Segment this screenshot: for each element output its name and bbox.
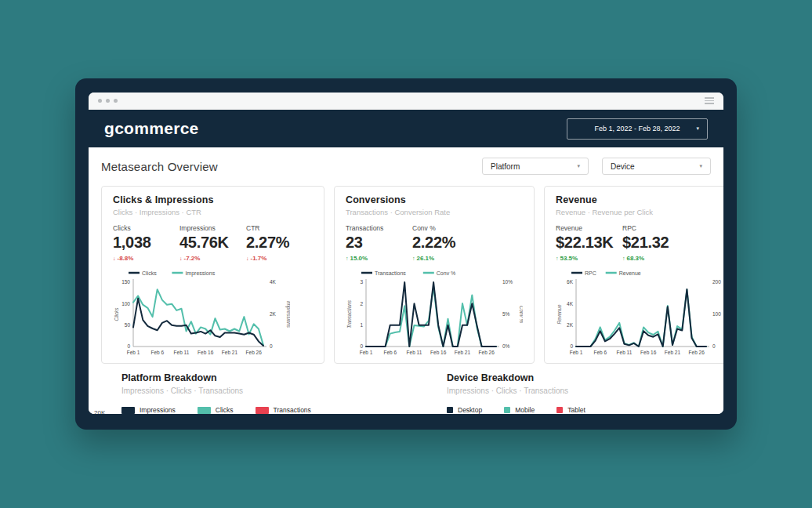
device-filter-dropdown[interactable]: Device ▾ (602, 158, 711, 175)
svg-text:0: 0 (570, 343, 573, 349)
clicks-impressions-card: Clicks & Impressions Clicks · Impression… (101, 186, 324, 364)
svg-text:Feb 11: Feb 11 (174, 350, 190, 355)
svg-text:Conv %: Conv % (519, 306, 523, 323)
section-subtitle: Impressions · Clicks · Transactions (121, 386, 447, 395)
svg-text:RPC: RPC (585, 270, 596, 276)
window-dot-icon (106, 99, 110, 103)
svg-text:0: 0 (270, 343, 273, 349)
svg-text:Revenue: Revenue (619, 270, 641, 276)
svg-text:Feb 6: Feb 6 (593, 350, 607, 355)
browser-window: gcommerce Feb 1, 2022 - Feb 28, 2022 ▾ M… (75, 78, 737, 430)
svg-text:2: 2 (360, 301, 363, 307)
card-subtitle: Transactions · Conversion Rate (346, 208, 523, 216)
card-title: Revenue (556, 194, 723, 205)
conversions-chart: TransactionsConv %01230%5%10%Transaction… (346, 267, 523, 361)
hamburger-icon[interactable] (705, 97, 714, 104)
card-title: Conversions (346, 194, 523, 205)
svg-text:Feb 1: Feb 1 (360, 350, 373, 355)
svg-text:Clicks: Clicks (114, 307, 119, 321)
window-control-dots (98, 99, 118, 103)
legend-item-clicks: Clicks (198, 406, 234, 414)
chevron-down-icon: ▾ (696, 125, 699, 132)
svg-text:Feb 16: Feb 16 (198, 350, 214, 355)
revenue-chart: RPCRevenue02K4K6K0100200RevenueRPCFeb 1F… (556, 267, 723, 361)
section-subtitle: Impressions · Clicks · Transactions (447, 386, 585, 395)
svg-text:200: 200 (712, 279, 721, 285)
metric-ctr: CTR 2.27% ↓-1.7% (246, 224, 306, 262)
svg-text:Feb 6: Feb 6 (383, 350, 397, 355)
platform-breakdown-section: Platform Breakdown Impressions · Clicks … (121, 372, 447, 414)
svg-text:0: 0 (360, 343, 363, 349)
clipped-axis-tick: 20K (94, 409, 105, 414)
device-filter-label: Device (611, 162, 635, 171)
device-breakdown-legend: Desktop Mobile Tablet (447, 406, 585, 414)
trend-arrow-icon: ↓ (113, 256, 116, 261)
trend-arrow-icon: ↓ (246, 256, 249, 261)
chevron-down-icon: ▾ (699, 163, 702, 169)
svg-text:150: 150 (121, 279, 130, 285)
svg-text:Feb 21: Feb 21 (222, 350, 238, 355)
trend-arrow-icon: ↓ (179, 256, 183, 261)
tablet-swatch-icon (556, 407, 563, 413)
impressions-swatch-icon (121, 407, 135, 414)
platform-breakdown-legend: Impressions Clicks Transactions (121, 406, 447, 414)
svg-text:1: 1 (360, 322, 363, 328)
svg-text:Feb 16: Feb 16 (640, 350, 657, 355)
window-dot-icon (114, 99, 118, 103)
svg-text:0%: 0% (502, 343, 510, 349)
conversions-card: Conversions Transactions · Conversion Ra… (334, 186, 535, 364)
metric-rpc: RPC $21.32 ↑68.3% (622, 224, 683, 262)
svg-text:2K: 2K (270, 311, 277, 317)
svg-text:Feb 21: Feb 21 (455, 350, 471, 355)
legend-item-mobile: Mobile (504, 406, 535, 414)
platform-filter-label: Platform (491, 162, 520, 171)
card-subtitle: Revenue · Revenue per Click (556, 208, 723, 216)
svg-text:Transactions: Transactions (346, 299, 352, 328)
revenue-card: Revenue Revenue · Revenue per Click Reve… (544, 186, 723, 364)
metric-conv-rate: Conv % 2.22% ↑26.1% (412, 224, 473, 262)
chevron-down-icon: ▾ (577, 163, 580, 169)
svg-text:0: 0 (127, 343, 130, 349)
svg-text:Impressions: Impressions (285, 301, 290, 328)
svg-text:4K: 4K (567, 301, 574, 307)
browser-frame: gcommerce Feb 1, 2022 - Feb 28, 2022 ▾ M… (89, 93, 723, 414)
svg-text:50: 50 (125, 322, 131, 328)
svg-text:Feb 1: Feb 1 (127, 350, 140, 355)
clicks-swatch-icon (198, 407, 211, 414)
metric-impressions: Impressions 45.76K ↓-7.2% (179, 224, 240, 262)
date-range-value: Feb 1, 2022 - Feb 28, 2022 (594, 125, 680, 132)
svg-text:10%: 10% (502, 279, 513, 285)
card-title: Clicks & Impressions (113, 194, 313, 205)
date-range-picker[interactable]: Feb 1, 2022 - Feb 28, 2022 ▾ (567, 118, 708, 140)
trend-arrow-icon: ↑ (622, 256, 625, 261)
svg-text:Conv %: Conv % (437, 270, 456, 276)
svg-text:Impressions: Impressions (185, 270, 215, 277)
svg-text:Feb 6: Feb 6 (150, 350, 164, 355)
dashboard-content: Metasearch Overview Platform ▾ Device ▾ … (89, 147, 723, 414)
svg-text:100: 100 (712, 311, 721, 317)
svg-text:Revenue: Revenue (556, 304, 562, 325)
svg-text:Feb 11: Feb 11 (407, 350, 422, 355)
transactions-swatch-icon (256, 407, 269, 414)
svg-text:0: 0 (712, 343, 716, 349)
metric-clicks: Clicks 1,038 ↓-8.8% (113, 224, 173, 262)
desktop-swatch-icon (447, 407, 453, 413)
svg-text:Feb 26: Feb 26 (246, 350, 263, 355)
page-title: Metasearch Overview (101, 160, 218, 173)
browser-chrome-bar (89, 93, 723, 110)
clicks-impressions-chart: ClicksImpressions05010015002K4KClicksImp… (113, 267, 290, 361)
window-dot-icon (98, 99, 102, 103)
svg-text:Feb 1: Feb 1 (570, 350, 583, 355)
platform-filter-dropdown[interactable]: Platform ▾ (482, 158, 589, 175)
section-title: Platform Breakdown (121, 372, 447, 383)
trend-arrow-icon: ↑ (412, 256, 415, 261)
svg-text:5%: 5% (502, 311, 510, 317)
svg-text:Feb 26: Feb 26 (689, 350, 705, 355)
svg-text:Feb 26: Feb 26 (479, 350, 495, 355)
trend-arrow-icon: ↑ (346, 256, 349, 261)
section-title: Device Breakdown (447, 372, 585, 383)
metric-transactions: Transactions 23 ↑15.0% (346, 224, 406, 262)
app-header: gcommerce Feb 1, 2022 - Feb 28, 2022 ▾ (89, 110, 723, 147)
legend-item-transactions: Transactions (256, 406, 311, 414)
svg-text:3: 3 (360, 279, 363, 285)
